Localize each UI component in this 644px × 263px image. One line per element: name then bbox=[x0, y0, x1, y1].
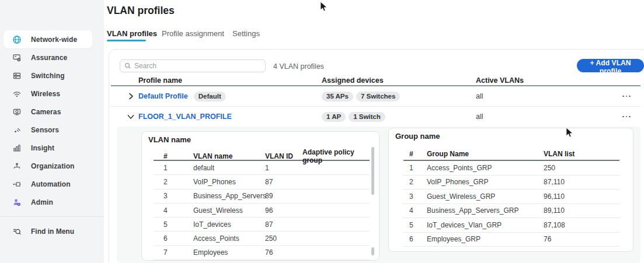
group-row-num: 4 bbox=[409, 206, 427, 215]
vlan-table-row: 5 IoT_devices 87 bbox=[154, 218, 370, 232]
add-vlan-profile-button[interactable]: + Add VLAN profile bbox=[577, 59, 644, 72]
group-row-vlan-list: 76 bbox=[544, 235, 619, 243]
vlan-row-name: default bbox=[193, 164, 265, 172]
group-col-name: Group Name bbox=[427, 150, 544, 158]
group-row-name: Access_Points_GRP bbox=[427, 164, 544, 172]
tab-profile-assignment[interactable]: Profile assignment bbox=[162, 29, 224, 38]
device-count-badge: 7 Switches bbox=[356, 92, 400, 101]
vlan-panel-title: VLAN name bbox=[148, 135, 191, 144]
sidebar-item-admin[interactable]: Admin bbox=[4, 193, 102, 211]
vlan-table-row: 6 Access_Points 250 bbox=[154, 232, 370, 246]
vlan-row-id: 76 bbox=[265, 248, 302, 257]
search-box[interactable] bbox=[120, 59, 266, 72]
vlan-row-name: IoT_devices bbox=[193, 220, 265, 229]
vlan-row-id: 87 bbox=[265, 178, 302, 186]
sidebar-item-label: Insight bbox=[31, 144, 54, 152]
vlan-table-row: 2 VoIP_Phones 87 bbox=[154, 175, 370, 189]
cameras-icon bbox=[12, 107, 22, 117]
sidebar-item-label: Cameras bbox=[31, 108, 61, 116]
table-row: FLOOR_1_VLAN_PROFILE 1 AP 1 Switch all bbox=[111, 107, 640, 127]
sidebar-item-cameras[interactable]: Cameras bbox=[4, 103, 102, 121]
default-badge: Default bbox=[194, 92, 226, 101]
table-row: Default Profile Default 35 APs 7 Switche… bbox=[111, 86, 640, 106]
group-row-vlan-list: 89,110 bbox=[544, 206, 619, 215]
tab-vlan-profiles[interactable]: VLAN profiles bbox=[107, 29, 157, 38]
group-table-row: 6 Employees_GRP 76 bbox=[403, 233, 619, 247]
insight-icon bbox=[12, 143, 22, 153]
group-row-vlan-list: 87,108 bbox=[544, 221, 619, 229]
search-input[interactable] bbox=[134, 62, 261, 70]
group-table-row: 5 IoT_devices_Vlan_GRP 87,108 bbox=[403, 218, 619, 233]
sidebar-item-sensors[interactable]: Sensors bbox=[4, 121, 102, 139]
mouse-cursor bbox=[320, 1, 328, 13]
sidebar-item-insight[interactable]: Insight bbox=[4, 139, 102, 157]
group-col-num: # bbox=[409, 150, 427, 158]
page-title: VLAN profiles bbox=[107, 5, 175, 17]
sidebar-item-automation[interactable]: Automation bbox=[4, 175, 102, 193]
vlan-row-name: Access_Points bbox=[193, 234, 265, 243]
group-panel-title: Group name bbox=[395, 132, 440, 141]
vlan-row-id: 250 bbox=[265, 234, 302, 243]
device-count-badge: 35 APs bbox=[322, 92, 353, 101]
vertical-scrollbar-thumb[interactable] bbox=[371, 247, 374, 255]
vlan-row-num: 7 bbox=[163, 248, 193, 257]
active-tab-indicator bbox=[107, 40, 146, 41]
group-row-vlan-list: 96,110 bbox=[544, 192, 619, 201]
sidebar-item-assurance[interactable]: Assurance bbox=[4, 48, 102, 66]
vlan-table-row: 4 Guest_Wireless 96 bbox=[154, 204, 370, 218]
sidebar-item-label: Network-wide bbox=[31, 36, 77, 44]
vlan-row-num: 4 bbox=[163, 206, 193, 215]
group-row-name: IoT_devices_Vlan_GRP bbox=[427, 221, 544, 229]
profile-link-default-profile[interactable]: Default Profile bbox=[138, 92, 188, 100]
sidebar-item-label: Switching bbox=[31, 72, 65, 80]
vlan-row-name: Guest_Wireless bbox=[193, 206, 265, 215]
group-row-name: VoIP_Phones_GRP bbox=[427, 178, 544, 186]
vlan-row-name: VoIP_Phones bbox=[193, 178, 265, 186]
group-row-vlan-list: 87,110 bbox=[544, 178, 619, 186]
sidebar-item-network-wide[interactable]: Network-wide bbox=[4, 30, 92, 48]
chevron-down-icon[interactable] bbox=[126, 112, 135, 121]
group-row-num: 3 bbox=[409, 192, 427, 201]
row-actions-button[interactable] bbox=[622, 114, 635, 120]
vlan-row-id: 87 bbox=[265, 220, 302, 229]
sidebar-item-label: Organization bbox=[31, 162, 75, 170]
search-icon bbox=[124, 62, 131, 69]
group-name-panel: Group name # Group Name VLAN list 1 Acce… bbox=[388, 128, 633, 252]
profile-link-floor-1-vlan-profile[interactable]: FLOOR_1_VLAN_PROFILE bbox=[138, 113, 232, 121]
sidebar-item-organization[interactable]: Organization bbox=[4, 157, 102, 175]
row-actions-button[interactable] bbox=[622, 93, 635, 99]
vlan-col-id: VLAN ID bbox=[265, 152, 302, 160]
automation-icon bbox=[12, 180, 22, 189]
vlan-row-num: 5 bbox=[163, 220, 193, 229]
sidebar-item-label: Automation bbox=[31, 180, 71, 188]
vlan-row-id: 1 bbox=[265, 164, 302, 172]
sidebar-item-label: Admin bbox=[31, 198, 53, 206]
organization-icon bbox=[12, 162, 22, 171]
vlan-table-row: 3 Business_App_Servers 89 bbox=[154, 190, 370, 204]
vlan-name-panel: VLAN name # VLAN name VLAN ID Adaptive p… bbox=[141, 131, 380, 261]
sidebar-item-switching[interactable]: Switching bbox=[4, 66, 102, 85]
vlan-col-num: # bbox=[163, 152, 193, 160]
group-table-row: 2 VoIP_Phones_GRP 87,110 bbox=[403, 176, 619, 190]
vlan-row-id: 96 bbox=[265, 206, 302, 215]
group-table: # Group Name VLAN list 1 Access_Points_G… bbox=[403, 148, 619, 247]
wireless-icon bbox=[12, 89, 22, 99]
group-row-num: 6 bbox=[409, 235, 427, 243]
chevron-right-icon[interactable] bbox=[126, 92, 135, 101]
network-wide-icon bbox=[12, 35, 22, 44]
group-table-row: 3 Guest_Wireless_GRP 96,110 bbox=[403, 190, 619, 204]
tab-settings[interactable]: Settings bbox=[232, 29, 260, 38]
vertical-scrollbar-thumb[interactable] bbox=[371, 147, 374, 195]
sidebar-item-wireless[interactable]: Wireless bbox=[4, 85, 102, 103]
group-row-num: 1 bbox=[409, 164, 427, 172]
group-table-row: 4 Business_App_Servers_GRP 89,110 bbox=[403, 204, 619, 219]
sidebar-find-in-menu[interactable]: Find in Menu bbox=[4, 222, 104, 240]
group-row-name: Guest_Wireless_GRP bbox=[427, 192, 544, 201]
sensors-icon bbox=[12, 125, 22, 135]
vlan-table: # VLAN name VLAN ID Adaptive policy grou… bbox=[154, 148, 370, 260]
vlan-col-name: VLAN name bbox=[193, 152, 265, 160]
active-vlans-value: all bbox=[476, 107, 483, 127]
group-row-name: Employees_GRP bbox=[427, 235, 544, 243]
vlan-table-row: 7 Employees 76 bbox=[154, 246, 370, 260]
vlan-row-id: 89 bbox=[265, 192, 302, 200]
